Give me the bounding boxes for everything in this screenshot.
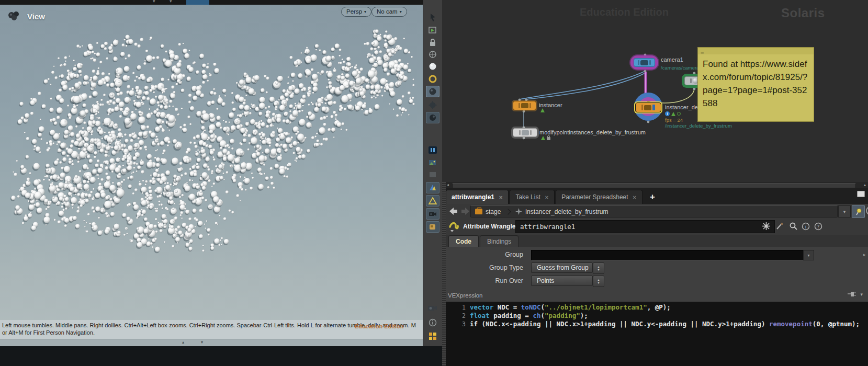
scroll-left-icon[interactable]: ◂: [447, 182, 449, 188]
node-type-label: Attribute Wrangle: [463, 223, 515, 230]
search-icon[interactable]: [788, 221, 798, 231]
breadcrumb[interactable]: stage instancer_delete_by_frustrum: [470, 205, 838, 218]
node-badges: [541, 135, 550, 140]
group-input[interactable]: [531, 250, 804, 260]
info-icon[interactable]: [426, 317, 439, 328]
run-over-menu[interactable]: Points: [531, 276, 593, 286]
lock-icon[interactable]: [426, 37, 439, 48]
close-icon[interactable]: ×: [545, 195, 549, 200]
scrollbar-track[interactable]: [452, 183, 856, 188]
render-flag-icon[interactable]: [541, 136, 545, 140]
follow-target-icon[interactable]: [866, 207, 868, 215]
sticky-note[interactable]: − Found at https://www.sidefx.com/forum/…: [697, 47, 814, 122]
back-button[interactable]: [449, 208, 458, 215]
tab-attribwrangle1[interactable]: attribwrangle1×: [446, 190, 509, 204]
view-camera-icon[interactable]: [426, 208, 439, 220]
chevron-down-icon: ▾: [364, 7, 366, 16]
pane-grab-handle[interactable]: [442, 182, 446, 366]
node-name-field[interactable]: attribwrangle1: [515, 220, 775, 233]
row-expand-icon[interactable]: ▸: [863, 252, 866, 257]
shelf-active-tool[interactable]: ▾: [186, 0, 209, 5]
gear-menu-icon[interactable]: [761, 221, 771, 231]
new-tab-button[interactable]: +: [644, 190, 661, 204]
node-label: modifypointinstances_delete_by_frustrum: [539, 129, 646, 135]
pin-toggle[interactable]: [852, 205, 865, 218]
param-group-type: Group Type Guess from Group ▴▾: [446, 262, 868, 273]
render-flag-icon[interactable]: [540, 108, 545, 112]
display-options-icon[interactable]: [426, 182, 439, 193]
sphere-point-cloud: [0, 5, 423, 339]
background-icon[interactable]: [426, 169, 439, 180]
select-tool-icon[interactable]: [426, 12, 439, 23]
svg-text:?: ?: [817, 224, 820, 229]
editor-menu-icon[interactable]: ▾: [860, 292, 863, 297]
forward-button[interactable]: [461, 208, 470, 215]
gear-sphere-icon[interactable]: [426, 99, 439, 111]
shelf-caret-icon[interactable]: ▾: [153, 0, 155, 4]
tab-parameter-spreadsheet[interactable]: Parameter Spreadsheet×: [556, 190, 642, 204]
tab-bindings[interactable]: Bindings: [480, 235, 518, 247]
shading-mode-icon[interactable]: [426, 86, 439, 97]
sticky-note-titlebar[interactable]: −: [698, 48, 814, 54]
vexpression-header: VEXpression ▾: [446, 289, 868, 302]
scroll-collapse-icon[interactable]: ▴: [864, 182, 866, 188]
pin-icon: [855, 208, 862, 215]
code-line[interactable]: 2float padding = ch("padding");: [446, 312, 868, 320]
scroll-down-icon[interactable]: ▾: [201, 340, 203, 345]
grid-icon[interactable]: [426, 330, 439, 342]
network-editor[interactable]: Education Edition Solaris camera1 /camer…: [442, 0, 868, 182]
node-instancer-delete-by-frustrum[interactable]: [635, 102, 661, 112]
param-label: Group: [450, 251, 523, 258]
close-icon[interactable]: ×: [499, 195, 503, 200]
help-icon[interactable]: ?: [814, 221, 823, 231]
node-instancer[interactable]: [513, 101, 536, 110]
menu-spinner-icon[interactable]: ▴▾: [593, 262, 604, 274]
current-tool-icon[interactable]: [426, 73, 439, 85]
snapshot-icon[interactable]: [426, 157, 439, 168]
breadcrumb-node[interactable]: instancer_delete_by_frustrum: [511, 206, 612, 217]
close-icon[interactable]: ×: [633, 195, 637, 200]
vexpression-label: VEXpression: [448, 292, 482, 299]
path-dropdown-icon[interactable]: ▾: [838, 205, 851, 218]
display-mode-icon[interactable]: [426, 112, 439, 123]
snippet-plug-icon[interactable]: [848, 291, 856, 298]
import-snapshot-icon[interactable]: [426, 25, 439, 36]
node-camera1[interactable]: [634, 58, 655, 67]
render-flag-icon[interactable]: [671, 112, 675, 116]
projection-menu[interactable]: Persp▾: [341, 7, 371, 17]
brush-icon[interactable]: [775, 221, 784, 231]
camera-icon[interactable]: [426, 302, 439, 314]
pause-icon[interactable]: [426, 144, 439, 156]
guides-icon[interactable]: [426, 195, 439, 207]
tab-code[interactable]: Code: [448, 235, 479, 247]
tab-take-list[interactable]: Take List×: [510, 190, 555, 204]
code-line[interactable]: 1vector NDC = toNDC("../objnet1/lopimpor…: [446, 303, 868, 312]
parameter-pane: ◂ ▴ attribwrangle1× Take List× Parameter…: [442, 182, 868, 366]
group-dropdown-icon[interactable]: ▾: [803, 250, 814, 260]
viewport-bottom-scrollbar[interactable]: ▴ ▾: [0, 339, 423, 347]
info-badge-icon[interactable]: i: [665, 111, 670, 116]
menu-spinner-icon[interactable]: ▴▾: [593, 276, 604, 287]
minimize-icon[interactable]: −: [701, 50, 704, 56]
node-modifypointinstances[interactable]: [513, 128, 537, 137]
orbit-icon[interactable]: [426, 61, 439, 72]
shelf-caret-icon[interactable]: ▾: [170, 0, 172, 4]
scroll-up-icon[interactable]: ▴: [182, 340, 184, 345]
info-icon[interactable]: i: [801, 221, 810, 231]
breadcrumb-bar: stage instancer_delete_by_frustrum ▾: [446, 204, 868, 218]
material-icon[interactable]: [426, 221, 439, 233]
vex-code-editor[interactable]: 1vector NDC = toNDC("../objnet1/lopimpor…: [446, 302, 868, 366]
svg-text:i: i: [805, 224, 807, 229]
viewport-canvas[interactable]: View Persp▾ No cam▾ Left mouse tumbles. …: [0, 5, 423, 339]
wrangle-node-icon[interactable]: [448, 220, 460, 233]
camera-select-menu[interactable]: No cam▾: [371, 7, 407, 17]
code-line[interactable]: 3if (NDC.x<-padding || NDC.x>1+padding |…: [446, 320, 868, 328]
scene-viewport[interactable]: ▾ ▾ ▾ Vi: [0, 0, 423, 346]
group-type-menu[interactable]: Guess from Group: [531, 262, 593, 273]
loop-badge-icon[interactable]: [677, 112, 681, 116]
handles-icon[interactable]: [426, 49, 439, 60]
node-badges: i: [665, 111, 681, 116]
pane-menu-icon[interactable]: [857, 191, 865, 197]
network-scrollbar[interactable]: ◂ ▴: [446, 182, 868, 188]
breadcrumb-stage[interactable]: stage: [471, 206, 505, 217]
